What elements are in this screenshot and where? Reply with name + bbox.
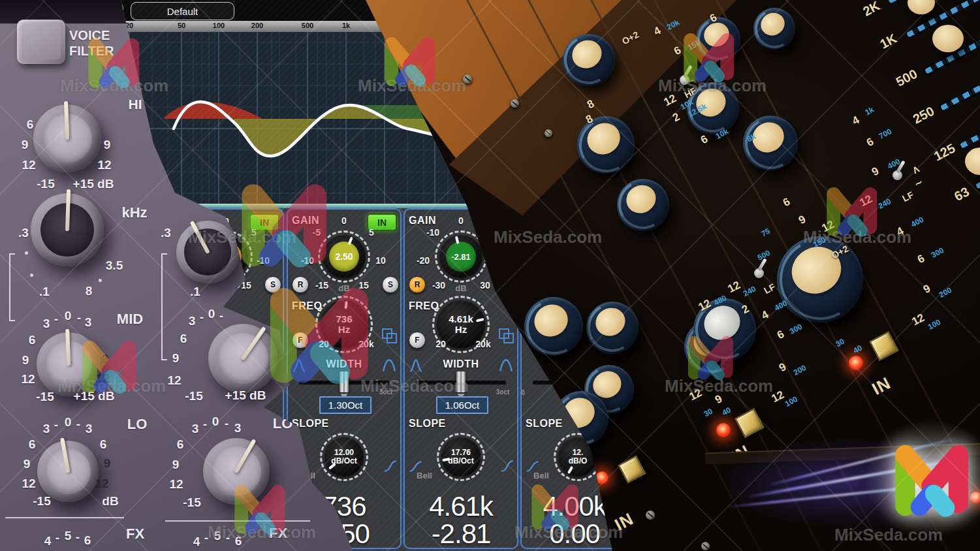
scale: .1 bbox=[190, 285, 200, 299]
band3-r-button-active[interactable]: R bbox=[409, 276, 426, 293]
scale: - bbox=[55, 531, 59, 545]
hw-label: 9 bbox=[713, 392, 725, 407]
scale: 12 bbox=[97, 158, 111, 172]
band2-slope-knob[interactable]: 12.00dB/Oct bbox=[324, 437, 364, 477]
scale: 12 bbox=[169, 477, 183, 492]
r-label: R bbox=[298, 280, 304, 289]
hw-label: 300 bbox=[788, 322, 804, 336]
console-knob bbox=[743, 116, 798, 170]
scale: 5 bbox=[65, 529, 72, 543]
band2-width-value[interactable]: 1.30Oct bbox=[319, 396, 371, 414]
hw-label: 500 bbox=[756, 248, 772, 262]
preset-name: Default bbox=[167, 6, 198, 17]
scale-label: -20 bbox=[417, 255, 430, 266]
scale: - bbox=[225, 417, 229, 431]
scale-label: 20k bbox=[358, 339, 373, 349]
scale: 9 bbox=[24, 457, 31, 471]
fader-cap bbox=[965, 148, 980, 175]
width-section-label: WIDTH bbox=[326, 358, 362, 370]
scale: 3.5 bbox=[106, 259, 123, 273]
ruler-tick: 50 bbox=[178, 22, 185, 29]
scale: - bbox=[54, 418, 58, 432]
hw-label: 300 bbox=[930, 245, 945, 260]
scale: +15 dB bbox=[225, 388, 266, 403]
band3-width-value[interactable]: 1.06Oct bbox=[436, 396, 488, 414]
width-slider-handle[interactable] bbox=[456, 371, 466, 392]
hw-label: 12 bbox=[661, 92, 678, 110]
band2-f-button[interactable]: F bbox=[292, 332, 309, 349]
band3-slope-knob[interactable]: 17.76dB/Oct bbox=[441, 437, 481, 477]
hw-label: 100 bbox=[783, 394, 799, 409]
scale: 5 bbox=[214, 529, 221, 543]
fx-label-2: FX bbox=[269, 525, 287, 542]
console-knob bbox=[577, 116, 635, 174]
hw-label: 2 bbox=[671, 110, 682, 125]
copy-icon[interactable] bbox=[499, 328, 513, 343]
band3-f-button[interactable]: F bbox=[409, 332, 426, 349]
band2-gain-knob[interactable]: 2.50 bbox=[323, 235, 366, 278]
wide-bell-icon bbox=[499, 357, 513, 374]
preset-selector[interactable]: Default bbox=[131, 2, 234, 20]
screw bbox=[646, 511, 655, 520]
bell-label: Bell bbox=[417, 471, 432, 480]
hw-label: 9 bbox=[870, 165, 881, 179]
scale: +15 dB bbox=[73, 177, 114, 191]
scale-label: 0 bbox=[458, 215, 464, 226]
scale: 9 bbox=[102, 352, 109, 366]
fader-label: 63 bbox=[952, 184, 972, 204]
scale: - bbox=[204, 531, 208, 545]
lo-knob-2 bbox=[203, 438, 270, 505]
hw-label: 200 bbox=[792, 363, 808, 377]
band1-solo-button[interactable]: S bbox=[264, 276, 281, 293]
band3-gain-knob[interactable]: -2.81 bbox=[439, 235, 482, 278]
scale: 9 bbox=[172, 458, 180, 472]
scale: - bbox=[200, 310, 204, 324]
scale: 12 bbox=[95, 477, 108, 491]
in-label: IN bbox=[260, 217, 269, 228]
scale: .3 bbox=[161, 226, 171, 240]
scale: 6 bbox=[84, 533, 91, 548]
scale: 12 bbox=[95, 371, 109, 386]
wide-bell-icon bbox=[382, 357, 396, 374]
narrow-bell-icon bbox=[409, 357, 423, 374]
red-led bbox=[716, 423, 731, 437]
scale: -15 bbox=[36, 390, 54, 404]
lf-label: LF bbox=[900, 189, 915, 204]
scale: 9 bbox=[22, 353, 29, 368]
hw-label: 6 bbox=[781, 195, 793, 210]
collage: Default 20 50 100 200 500 1k bbox=[0, 0, 980, 551]
in-label-hw: IN bbox=[868, 373, 894, 400]
scale: 3 bbox=[86, 422, 93, 436]
scale: 9 bbox=[104, 456, 111, 471]
hw-label: 12 bbox=[857, 193, 874, 210]
bell-label: Bell bbox=[533, 471, 549, 480]
gain-section-label: GAIN bbox=[409, 215, 436, 227]
copy-icon[interactable] bbox=[382, 328, 396, 343]
mid-knob-2 bbox=[208, 324, 277, 393]
scale: .1 bbox=[39, 285, 50, 299]
ruler-tick: 1k bbox=[342, 22, 350, 29]
scale: 9 bbox=[104, 138, 111, 152]
hi-knob bbox=[33, 104, 101, 172]
scale-label: 0 bbox=[341, 215, 347, 226]
fader-label: 125 bbox=[932, 141, 958, 165]
band2-solo-button[interactable]: S bbox=[382, 276, 399, 293]
width-slider-handle[interactable] bbox=[340, 371, 349, 392]
hw-label: 4 bbox=[850, 114, 862, 128]
screw bbox=[511, 99, 519, 108]
scale: - bbox=[54, 312, 58, 326]
s-label: S bbox=[388, 280, 393, 289]
section-divider bbox=[5, 517, 124, 518]
screw bbox=[701, 542, 710, 550]
hw-label: 6 bbox=[915, 252, 927, 266]
scale: 0 bbox=[208, 307, 215, 321]
steep-shelf-icon bbox=[500, 458, 514, 475]
ruler-tick: 100 bbox=[213, 22, 225, 29]
scale: 8 bbox=[86, 284, 93, 298]
gain-readout: -2.81 bbox=[432, 518, 491, 550]
hz-label: Hz bbox=[455, 324, 467, 336]
scale: 3 bbox=[189, 314, 196, 328]
band2-r-button[interactable]: R bbox=[292, 276, 309, 293]
scale-label: -15 bbox=[315, 280, 328, 291]
scale: 0 bbox=[65, 415, 72, 430]
